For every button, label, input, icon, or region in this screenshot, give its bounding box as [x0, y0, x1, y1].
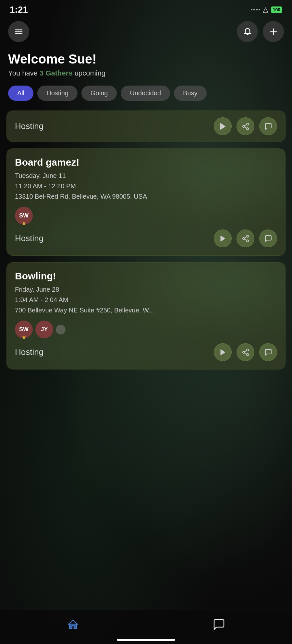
filter-tab-going[interactable]: Going [81, 86, 117, 101]
bowling-chat-button[interactable] [259, 343, 277, 361]
gathers-count: 3 Gathers [40, 69, 73, 77]
partial-status-label: Hosting [15, 121, 43, 131]
filter-tabs: All Hosting Going Undecided Busy [0, 86, 292, 111]
bowling-actions [214, 343, 277, 361]
hamburger-icon [14, 27, 23, 36]
bowling-card[interactable]: Bowling! Friday, June 28 1:04 AM - 2:04 … [6, 262, 286, 369]
board-gamez-status: Hosting [15, 233, 43, 243]
rsvp-icon [219, 348, 227, 356]
avatar-jy: JY [35, 321, 53, 338]
svg-line-10 [244, 124, 247, 126]
board-gamez-card[interactable]: Board gamez! Tuesday, June 11 11:20 AM -… [6, 148, 286, 256]
chat-nav-icon [213, 618, 225, 631]
svg-line-15 [244, 239, 247, 240]
board-gamez-title: Board gamez! [15, 157, 277, 168]
partial-chat-button[interactable] [259, 117, 277, 135]
top-nav [0, 18, 292, 49]
header: Welcome Sue! You have 3 Gathers upcoming [0, 49, 292, 86]
filter-tab-undecided[interactable]: Undecided [121, 86, 170, 101]
svg-marker-17 [221, 349, 225, 355]
bowling-status: Hosting [15, 347, 43, 357]
bell-icon [243, 27, 252, 36]
wifi-icon: △ [263, 6, 268, 14]
rsvp-icon [219, 123, 227, 130]
chat-icon [264, 235, 272, 242]
share-icon [242, 348, 249, 356]
bowling-title: Bowling! [15, 271, 277, 282]
nav-right-buttons [237, 21, 284, 42]
status-bar: 1:21 △ 100 [0, 0, 292, 18]
board-gamez-footer: Hosting [15, 229, 277, 247]
share-icon [242, 123, 249, 130]
chat-nav-button[interactable] [200, 616, 238, 633]
plus-icon [269, 27, 278, 36]
bowling-date: Friday, June 28 [15, 285, 277, 294]
board-gamez-time: 11:20 AM - 12:20 PM [15, 181, 277, 191]
bowling-share-button[interactable] [237, 343, 254, 361]
board-gamez-location: 13310 Bel-Red Rd, Bellevue, WA 98005, US… [15, 192, 277, 201]
home-indicator [117, 639, 175, 641]
battery-indicator: 100 [271, 6, 282, 13]
chat-icon [264, 348, 272, 356]
partial-share-button[interactable] [237, 117, 254, 135]
status-time: 1:21 [10, 5, 28, 15]
add-button[interactable] [263, 21, 284, 42]
cards-container: Hosting [0, 111, 292, 369]
board-gamez-chat-button[interactable] [259, 229, 277, 247]
svg-marker-5 [221, 123, 225, 129]
avatar-sw-bowling: SW [15, 321, 33, 338]
card-inner: Board gamez! Tuesday, June 11 11:20 AM -… [15, 157, 277, 247]
svg-marker-11 [221, 236, 225, 241]
subtitle: You have 3 Gathers upcoming [8, 69, 284, 77]
filter-tab-hosting[interactable]: Hosting [37, 86, 78, 101]
board-gamez-rsvp-button[interactable] [214, 229, 232, 247]
avatar-sw: SW [15, 207, 33, 225]
signal-icon [251, 9, 260, 10]
notification-button[interactable] [237, 21, 258, 42]
bottom-nav [0, 610, 292, 644]
status-icons: △ 100 [251, 6, 282, 14]
rsvp-icon [219, 235, 227, 242]
board-gamez-actions [214, 229, 277, 247]
home-icon [67, 618, 79, 631]
partial-event-card[interactable]: Hosting [6, 111, 286, 142]
bowling-attendees: SW JY [15, 321, 277, 338]
svg-line-16 [244, 237, 247, 238]
bowling-footer: Hosting [15, 343, 277, 361]
avatar-unknown [56, 325, 66, 334]
bowling-time: 1:04 AM - 2:04 AM [15, 295, 277, 304]
filter-tab-all[interactable]: All [8, 86, 33, 101]
svg-line-9 [244, 127, 247, 128]
partial-card-inner: Hosting [15, 117, 277, 135]
board-gamez-date: Tuesday, June 11 [15, 171, 277, 180]
chat-icon [264, 123, 272, 130]
filter-tab-busy[interactable]: Busy [174, 86, 206, 101]
menu-button[interactable] [8, 21, 29, 42]
bowling-rsvp-button[interactable] [214, 343, 232, 361]
welcome-title: Welcome Sue! [8, 52, 284, 66]
svg-line-21 [244, 353, 247, 354]
bowling-location: 700 Bellevue Way NE Suite #250, Bellevue… [15, 306, 277, 315]
partial-action-buttons [214, 117, 277, 135]
share-icon [242, 235, 249, 242]
partial-rsvp-button[interactable] [214, 117, 232, 135]
svg-line-22 [244, 350, 247, 352]
board-gamez-attendees: SW [15, 207, 277, 225]
board-gamez-share-button[interactable] [237, 229, 254, 247]
bowling-card-inner: Bowling! Friday, June 28 1:04 AM - 2:04 … [15, 271, 277, 361]
home-nav-button[interactable] [54, 616, 92, 633]
